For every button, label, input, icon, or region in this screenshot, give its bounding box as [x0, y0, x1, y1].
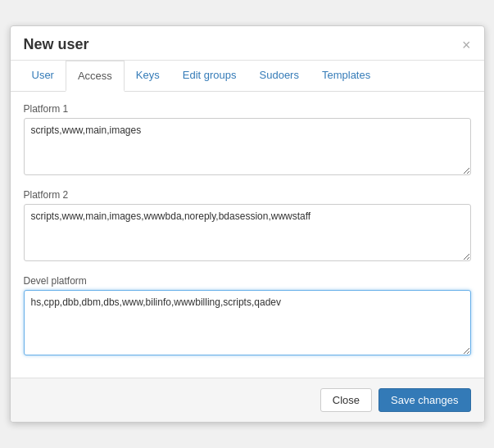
- tab-bar: User Access Keys Edit groups Sudoers Tem…: [11, 61, 484, 92]
- platform2-textarea[interactable]: [24, 204, 471, 261]
- platform1-label: Platform 1: [24, 103, 471, 115]
- modal-body: Platform 1 Platform 2 Devel platform: [11, 92, 484, 378]
- modal-footer: Close Save changes: [11, 378, 484, 422]
- save-changes-button[interactable]: Save changes: [378, 388, 470, 412]
- platform1-textarea[interactable]: [24, 118, 471, 175]
- tab-templates[interactable]: Templates: [310, 61, 382, 92]
- tab-sudoers[interactable]: Sudoers: [248, 61, 310, 92]
- close-button[interactable]: Close: [320, 388, 372, 412]
- new-user-modal: New user × User Access Keys Edit groups …: [10, 25, 485, 423]
- platform2-group: Platform 2: [24, 189, 471, 264]
- devel-textarea[interactable]: [24, 290, 471, 355]
- platform1-group: Platform 1: [24, 103, 471, 178]
- modal-title: New user: [24, 36, 89, 53]
- devel-group: Devel platform: [24, 275, 471, 358]
- tab-edit-groups[interactable]: Edit groups: [171, 61, 248, 92]
- modal-close-x-button[interactable]: ×: [462, 38, 471, 52]
- tab-access[interactable]: Access: [66, 61, 125, 92]
- devel-label: Devel platform: [24, 275, 471, 287]
- platform2-label: Platform 2: [24, 189, 471, 201]
- tab-user[interactable]: User: [20, 61, 66, 92]
- modal-header: New user ×: [11, 26, 484, 61]
- tab-keys[interactable]: Keys: [125, 61, 171, 92]
